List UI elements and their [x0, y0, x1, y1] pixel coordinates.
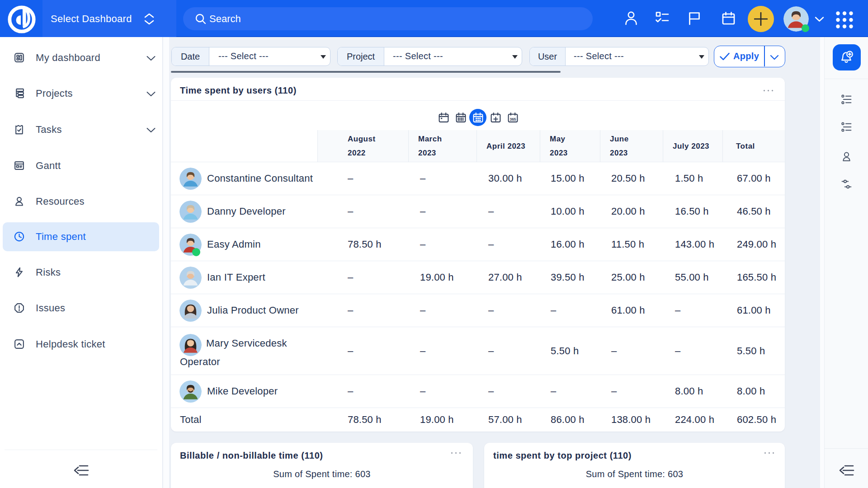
svg-text:365: 365: [509, 117, 516, 122]
